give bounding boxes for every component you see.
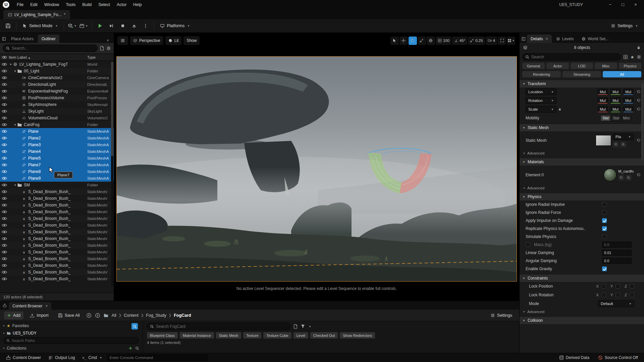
- viewport-menu-button[interactable]: [117, 36, 128, 45]
- unreal-logo-icon[interactable]: U: [3, 1, 9, 8]
- visibility-eye-icon[interactable]: [0, 103, 9, 107]
- tab-levels[interactable]: Levels: [552, 35, 578, 43]
- checkbox[interactable]: [602, 226, 607, 231]
- cb-settings-button[interactable]: Settings: [487, 311, 515, 319]
- filter-chip[interactable]: Material Instance: [180, 332, 214, 339]
- search-collections-icon[interactable]: [135, 346, 139, 350]
- visibility-column-icon[interactable]: [0, 55, 9, 59]
- axis-value-field[interactable]: Mul: [610, 98, 621, 104]
- visibility-eye-icon[interactable]: [0, 116, 9, 120]
- visibility-eye-icon[interactable]: [0, 230, 9, 234]
- browse-to-asset-icon[interactable]: [620, 141, 626, 147]
- material-thumbnail[interactable]: [604, 169, 616, 181]
- outliner-row[interactable]: S_Dead_Broom_Bush_StaticMesh/: [0, 202, 114, 208]
- type-column[interactable]: Type: [87, 55, 114, 59]
- material-name[interactable]: M_cardfo: [618, 169, 634, 173]
- viewport-layout-button[interactable]: ▼: [507, 37, 515, 45]
- rotate-tool[interactable]: [409, 37, 417, 45]
- lock-icon[interactable]: [637, 46, 641, 50]
- section-transform[interactable]: ▼Transform: [520, 80, 644, 87]
- section-static-mesh[interactable]: ▼Static Mesh: [520, 124, 644, 131]
- project-root-item[interactable]: ▸ UE5_STUDY: [3, 330, 139, 336]
- outliner-row[interactable]: Plane2StaticMeshA: [0, 135, 114, 141]
- source-control-button[interactable]: Source Control Off: [595, 354, 641, 361]
- filter-actor[interactable]: Actor: [546, 63, 569, 69]
- axis-value-field[interactable]: Mul: [598, 98, 608, 104]
- visibility-eye-icon[interactable]: [0, 277, 9, 281]
- visibility-eye-icon[interactable]: [0, 82, 9, 86]
- filter-rendering[interactable]: Rendering: [522, 71, 561, 77]
- location-dropdown[interactable]: Location▼: [526, 88, 556, 95]
- mobility-option[interactable]: Stat: [611, 115, 621, 121]
- outliner-row[interactable]: ▼SMFolder: [0, 182, 114, 188]
- forward-button[interactable]: [95, 313, 100, 318]
- menu-select[interactable]: Select: [95, 1, 113, 8]
- save-button[interactable]: [3, 21, 13, 31]
- save-all-button[interactable]: Save All: [55, 311, 83, 319]
- axis-checkbox-x[interactable]: [601, 284, 606, 289]
- reset-icon[interactable]: [637, 99, 641, 103]
- static-mesh-dropdown[interactable]: Pla▼: [613, 133, 634, 140]
- checkbox[interactable]: [602, 202, 607, 207]
- axis-value-field[interactable]: Mul: [598, 89, 608, 95]
- camera-speed-control[interactable]: 4: [486, 37, 497, 45]
- outliner-row[interactable]: S_Dead_Broom_Bush_StaticMesh/: [0, 195, 114, 202]
- minimize-button[interactable]: −: [604, 1, 616, 9]
- visibility-eye-icon[interactable]: [0, 69, 9, 73]
- outliner-row[interactable]: PostProcessVolumePostProces: [0, 95, 114, 101]
- visibility-eye-icon[interactable]: [0, 96, 9, 100]
- outliner-row[interactable]: PlaneStaticMeshA: [0, 128, 114, 135]
- filter-chip[interactable]: Level: [293, 332, 308, 339]
- output-log-button[interactable]: Output Log: [46, 354, 77, 361]
- search-paths[interactable]: [3, 337, 139, 344]
- section-materials[interactable]: ▼Materials: [520, 158, 644, 166]
- outliner-row[interactable]: Plane4StaticMeshA: [0, 148, 114, 155]
- item-label-column[interactable]: Item Label ▲: [9, 55, 87, 59]
- outliner-row[interactable]: S_Dead_Broom_Bush_StaticMesh/: [0, 255, 114, 262]
- visibility-eye-icon[interactable]: [0, 243, 9, 247]
- outliner-row[interactable]: VolumetricCloudVolumetricC: [0, 115, 114, 121]
- section-constraints[interactable]: ▼Constraints: [520, 274, 644, 282]
- favorites-star-icon[interactable]: ★: [630, 55, 634, 60]
- stop-button[interactable]: [118, 21, 127, 31]
- details-scrollbar[interactable]: [641, 83, 644, 160]
- menu-edit[interactable]: Edit: [27, 1, 41, 8]
- eject-button[interactable]: [129, 21, 139, 31]
- asset-search[interactable]: [147, 323, 290, 330]
- visibility-eye-icon[interactable]: [0, 257, 9, 261]
- outliner-row[interactable]: S_Dead_Broom_Bush_StaticMesh/: [0, 249, 114, 255]
- breadcrumb-item[interactable]: FogCard: [174, 313, 191, 318]
- filter-lod[interactable]: LOD: [571, 63, 593, 69]
- filter-physics[interactable]: Physics: [619, 63, 641, 69]
- visibility-eye-icon[interactable]: [0, 109, 9, 113]
- axis-value-field[interactable]: Mul: [623, 106, 633, 112]
- value-input[interactable]: [602, 250, 632, 256]
- outliner-search[interactable]: [3, 45, 98, 52]
- add-collection-icon[interactable]: [128, 346, 132, 350]
- visibility-eye-icon[interactable]: [0, 210, 9, 214]
- outliner-row[interactable]: ExponentialHeightFogExponentiall: [0, 88, 114, 95]
- favorites-item[interactable]: ▸ ★ Favorites: [3, 322, 139, 329]
- frame-skip-button[interactable]: [107, 21, 116, 31]
- axis-value-field[interactable]: Mul: [623, 89, 633, 95]
- filter-streaming[interactable]: Streaming: [562, 71, 601, 77]
- add-content-button[interactable]: ▼: [67, 21, 77, 31]
- visibility-eye-icon[interactable]: [0, 223, 9, 227]
- rotation-dropdown[interactable]: Rotation▼: [526, 97, 556, 104]
- visibility-eye-icon[interactable]: [0, 123, 9, 127]
- filter-chip[interactable]: Static Mesh: [216, 332, 241, 339]
- world-local-toggle[interactable]: [427, 37, 435, 45]
- display-filter-icon[interactable]: [623, 55, 628, 59]
- checkbox[interactable]: [602, 210, 607, 215]
- outliner-presets-icon[interactable]: [100, 46, 104, 51]
- back-button[interactable]: [86, 313, 92, 318]
- close-icon[interactable]: ×: [45, 304, 48, 308]
- save-search-icon[interactable]: [293, 324, 298, 329]
- filter-chip[interactable]: Texture Cube: [263, 332, 291, 339]
- toggle-path-search-button[interactable]: [131, 323, 138, 329]
- menu-help[interactable]: Help: [130, 1, 145, 8]
- breadcrumb-item[interactable]: Fog_Study: [146, 313, 166, 318]
- filter-general[interactable]: General: [522, 63, 545, 69]
- axis-value-field[interactable]: Mul: [623, 98, 633, 104]
- filter-chip[interactable]: Texture: [243, 332, 261, 339]
